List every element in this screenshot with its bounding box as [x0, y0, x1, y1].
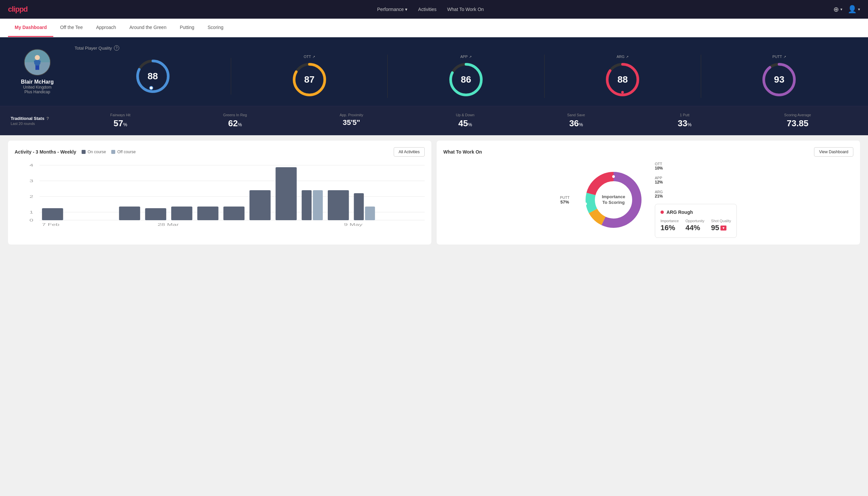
ott-circle: 87 [291, 61, 328, 98]
segment-labels: OTT 10% APP 12% ARG 21% [655, 162, 737, 199]
info-opportunity: Opportunity 44% [685, 219, 705, 232]
info-metrics: Importance 16% Opportunity 44% Shot Qual… [661, 219, 731, 232]
score-arg: ARG ↗ 88 [545, 55, 701, 98]
info-dot [661, 211, 664, 214]
nav-activities[interactable]: Activities [418, 7, 436, 12]
svg-text:28 Mar: 28 Mar [158, 222, 179, 227]
app-circle: 86 [448, 61, 484, 98]
svg-text:7 Feb: 7 Feb [42, 222, 59, 227]
chevron-down-icon: ▾ [858, 7, 860, 12]
player-handicap: Plus Handicap [24, 90, 50, 94]
arrow-icon: ↗ [626, 55, 629, 59]
arrow-icon: ↗ [312, 55, 315, 59]
svg-rect-41 [328, 190, 349, 220]
svg-point-53 [584, 203, 587, 205]
svg-rect-43 [365, 206, 375, 220]
tab-approach[interactable]: Approach [89, 19, 123, 37]
help-icon[interactable]: ? [46, 116, 49, 121]
stat-scoring-average: Scoring Average 73.85 [784, 113, 811, 128]
arg-rough-info-card: ARG Rough Importance 16% Opportunity 44%… [655, 204, 737, 238]
work-on-card: What To Work On View Dashboard PUTT 57% [437, 141, 860, 245]
tpq-label: Total Player Quality ? [75, 45, 857, 51]
donut-right-section: OTT 10% APP 12% ARG 21% [655, 162, 737, 238]
svg-rect-8 [37, 66, 39, 70]
avatar [24, 49, 51, 76]
svg-rect-33 [145, 208, 166, 220]
nav-performance[interactable]: Performance ▾ [377, 7, 407, 12]
top-navigation: clippd Performance ▾ Activities What To … [0, 0, 868, 19]
score-putt: PUTT ↗ 93 [701, 55, 857, 98]
svg-point-52 [612, 175, 615, 178]
score-ott: OTT ↗ 87 [231, 55, 388, 98]
tpq-circle: 88 [135, 58, 171, 95]
app-segment-label: APP 12% [655, 176, 737, 185]
activity-card: Activity - 3 Months - Weekly On course O… [8, 141, 431, 245]
tab-around-the-green[interactable]: Around the Green [123, 19, 173, 37]
on-course-dot [82, 150, 85, 154]
add-button[interactable]: ⊕ ▾ [833, 5, 842, 13]
svg-rect-39 [302, 190, 312, 220]
activity-chart-area: 4 3 2 1 0 [15, 162, 425, 229]
svg-rect-31 [42, 208, 63, 220]
nav-links: Performance ▾ Activities What To Work On [377, 7, 484, 12]
chevron-down-icon: ▾ [405, 7, 407, 12]
svg-rect-32 [119, 206, 140, 220]
stat-app-proximity: App. Proximity 35'5" [340, 113, 363, 128]
tab-scoring[interactable]: Scoring [201, 19, 230, 37]
arg-circle: 88 [604, 61, 641, 98]
down-arrow-icon: ▼ [721, 226, 726, 231]
chart-legend: On course Off course [82, 150, 136, 154]
svg-text:4: 4 [30, 163, 33, 167]
player-info: Blair McHarg United Kingdom Plus Handica… [11, 49, 64, 94]
bottom-section: Activity - 3 Months - Weekly On course O… [0, 135, 868, 250]
putt-label: PUTT 57% [560, 196, 570, 204]
app-logo[interactable]: clippd [8, 5, 28, 14]
svg-rect-35 [197, 206, 218, 220]
off-course-dot [111, 150, 115, 154]
svg-rect-38 [275, 167, 297, 220]
stat-items: Fairways Hit 57% Greens In Reg 62% App. … [64, 113, 857, 128]
svg-point-11 [149, 86, 153, 90]
stats-subtitle: Last 20 rounds [11, 122, 64, 126]
arrow-icon: ↗ [469, 55, 472, 59]
stats-label: Traditional Stats ? Last 20 rounds [11, 116, 64, 126]
stat-fairways-hit: Fairways Hit 57% [110, 113, 130, 128]
stat-1-putt: 1 Putt 33% [678, 113, 692, 128]
nav-right: ⊕ ▾ 👤 ▾ [833, 5, 860, 14]
svg-point-3 [35, 55, 40, 60]
arg-segment-label: ARG 21% [655, 190, 737, 199]
tab-putting[interactable]: Putting [173, 19, 201, 37]
player-name: Blair McHarg [21, 79, 54, 85]
nav-what-to-work-on[interactable]: What To Work On [447, 7, 484, 12]
svg-text:1: 1 [30, 210, 33, 214]
score-app: APP ↗ 86 [388, 55, 544, 98]
info-importance: Importance 16% [661, 219, 679, 232]
stat-greens-in-reg: Greens In Reg 62% [223, 113, 247, 128]
tab-my-dashboard[interactable]: My Dashboard [8, 19, 53, 37]
info-shot-quality: Shot Quality 95 ▼ [711, 219, 731, 232]
svg-rect-40 [313, 190, 323, 220]
user-menu-button[interactable]: 👤 ▾ [848, 5, 860, 14]
svg-rect-36 [223, 206, 244, 220]
chevron-down-icon: ▾ [840, 7, 842, 12]
putt-circle: 93 [761, 61, 798, 98]
score-tpq: 88 [75, 58, 231, 95]
tab-bar: My Dashboard Off the Tee Approach Around… [0, 19, 868, 37]
donut-center-text: ImportanceTo Scoring [602, 194, 625, 205]
svg-rect-37 [250, 190, 270, 220]
stats-bar: Traditional Stats ? Last 20 rounds Fairw… [0, 106, 868, 135]
svg-text:2: 2 [30, 195, 33, 199]
tab-off-the-tee[interactable]: Off the Tee [53, 19, 89, 37]
stats-title: Traditional Stats ? [11, 116, 64, 121]
all-activities-button[interactable]: All Activities [394, 147, 425, 157]
help-icon[interactable]: ? [114, 45, 119, 51]
legend-off-course: Off course [111, 150, 136, 154]
activity-chart-title: Activity - 3 Months - Weekly On course O… [15, 149, 136, 155]
hero-section: Blair McHarg United Kingdom Plus Handica… [0, 37, 868, 106]
svg-point-18 [621, 91, 624, 94]
svg-text:0: 0 [30, 218, 33, 222]
view-dashboard-button[interactable]: View Dashboard [814, 147, 853, 157]
stat-sand-save: Sand Save 36% [567, 113, 585, 128]
player-country: United Kingdom [23, 85, 51, 90]
score-circles: 88 OTT ↗ 87 APP [75, 55, 857, 98]
